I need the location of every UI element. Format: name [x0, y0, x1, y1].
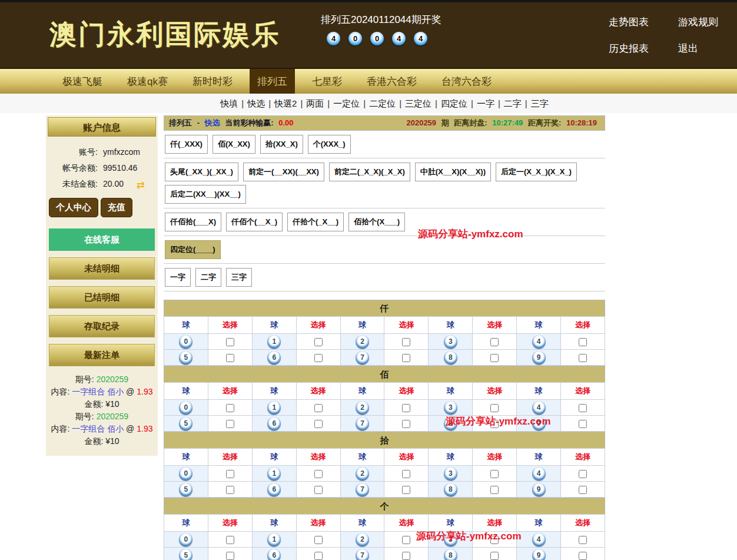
- ball-checkbox[interactable]: [490, 536, 499, 544]
- bet-type-button[interactable]: 二字: [195, 268, 221, 287]
- bet-type-button[interactable]: 前定一(__XX)(__XX): [243, 163, 324, 181]
- ball-9[interactable]: 9: [532, 417, 546, 430]
- bet-type-button[interactable]: 前定二(_X_X)(_X_X): [329, 163, 410, 181]
- nav-tab-xinshishicai[interactable]: 新时时彩: [185, 69, 240, 94]
- ball-6[interactable]: 6: [267, 483, 281, 496]
- ball-2[interactable]: 2: [356, 401, 369, 415]
- subnav-item-sandingwei[interactable]: 三定位: [404, 98, 433, 108]
- nav-tab-jisufeiting[interactable]: 极速飞艇: [55, 69, 110, 94]
- refresh-icon[interactable]: ⇄: [137, 177, 145, 193]
- bet-type-button[interactable]: 四定位(____): [165, 240, 221, 259]
- ball-checkbox[interactable]: [490, 552, 499, 560]
- ball-3[interactable]: 3: [444, 335, 457, 349]
- ball-5[interactable]: 5: [179, 549, 192, 560]
- ball-checkbox[interactable]: [579, 552, 587, 560]
- ball-9[interactable]: 9: [532, 483, 546, 496]
- ball-checkbox[interactable]: [402, 420, 410, 428]
- subnav-item-yidingwei[interactable]: 一定位: [332, 98, 361, 108]
- bet-type-button[interactable]: 个(XXX_): [308, 135, 351, 154]
- nav-tab-xianggang-liuhecai[interactable]: 香港六合彩: [359, 69, 424, 94]
- bet-type-button[interactable]: 佰拾个(X___): [348, 213, 405, 231]
- ball-checkbox[interactable]: [579, 470, 587, 478]
- ball-checkbox[interactable]: [314, 404, 323, 412]
- ball-2[interactable]: 2: [356, 533, 369, 546]
- bet-type-button[interactable]: 后定一(X_X_)(X_X_): [496, 163, 577, 181]
- ball-6[interactable]: 6: [267, 351, 281, 365]
- ball-checkbox[interactable]: [490, 354, 499, 362]
- ball-6[interactable]: 6: [267, 417, 281, 430]
- sidebar-item-deposit-records[interactable]: 存取纪录: [49, 315, 155, 337]
- ball-9[interactable]: 9: [532, 351, 546, 365]
- header-link-history-reports[interactable]: 历史报表: [609, 42, 649, 55]
- subnav-item-sidingwei[interactable]: 四定位: [440, 98, 469, 108]
- subnav-item-erzi[interactable]: 二字: [503, 98, 523, 108]
- ball-4[interactable]: 4: [532, 467, 546, 481]
- ball-8[interactable]: 8: [444, 483, 457, 496]
- nav-tab-qixingcai[interactable]: 七星彩: [304, 69, 350, 94]
- ball-4[interactable]: 4: [532, 401, 546, 415]
- ball-checkbox[interactable]: [579, 536, 587, 544]
- subnav-item-kuaixuan2[interactable]: 快選2: [273, 98, 298, 108]
- personal-center-button[interactable]: 个人中心: [49, 198, 98, 217]
- bet-type-button[interactable]: 中肚(X__X)(X__X)): [415, 163, 491, 181]
- nav-tab-jisuqksai[interactable]: 极速qk赛: [119, 69, 175, 94]
- ball-3[interactable]: 3: [444, 467, 457, 481]
- ball-8[interactable]: 8: [444, 417, 457, 430]
- ball-checkbox[interactable]: [226, 470, 234, 478]
- ball-4[interactable]: 4: [532, 335, 546, 349]
- ball-8[interactable]: 8: [444, 549, 457, 560]
- ball-checkbox[interactable]: [490, 486, 499, 494]
- sidebar-item-unsettled-details[interactable]: 未结明细: [49, 257, 155, 280]
- subnav-item-yizi[interactable]: 一字: [476, 98, 496, 108]
- ball-4[interactable]: 4: [532, 533, 546, 546]
- recharge-button[interactable]: 充值: [101, 198, 132, 217]
- bet-type-button[interactable]: 仟佰拾(___X): [165, 213, 221, 231]
- sidebar-item-settled-details[interactable]: 已结明细: [49, 286, 155, 309]
- ball-checkbox[interactable]: [402, 552, 410, 560]
- ball-checkbox[interactable]: [579, 354, 587, 362]
- nav-tab-taiwan-liuhecai[interactable]: 台湾六合彩: [434, 69, 499, 94]
- ball-1[interactable]: 1: [267, 533, 281, 546]
- ball-checkbox[interactable]: [226, 486, 234, 494]
- bet-type-button[interactable]: 拾(XX_X): [260, 135, 303, 154]
- ball-checkbox[interactable]: [314, 338, 323, 346]
- ball-3[interactable]: 3: [444, 533, 457, 546]
- ball-checkbox[interactable]: [402, 470, 410, 478]
- ball-2[interactable]: 2: [356, 467, 369, 481]
- ball-0[interactable]: 0: [179, 335, 192, 349]
- nav-tab-pailiewu[interactable]: 排列五: [250, 69, 295, 94]
- ball-0[interactable]: 0: [179, 533, 192, 546]
- ball-checkbox[interactable]: [226, 338, 234, 346]
- ball-checkbox[interactable]: [226, 420, 234, 428]
- ball-checkbox[interactable]: [314, 486, 323, 494]
- bet-type-button[interactable]: 后定二(XX__)(XX__): [165, 185, 246, 204]
- ball-5[interactable]: 5: [179, 417, 192, 430]
- ball-7[interactable]: 7: [356, 549, 369, 560]
- ball-5[interactable]: 5: [179, 351, 192, 365]
- mode-link[interactable]: 快选: [205, 118, 220, 127]
- ball-7[interactable]: 7: [356, 417, 369, 430]
- sidebar-item-latest-orders[interactable]: 最新注单: [49, 344, 155, 366]
- ball-checkbox[interactable]: [314, 552, 323, 560]
- ball-7[interactable]: 7: [356, 483, 369, 496]
- ball-checkbox[interactable]: [226, 552, 234, 560]
- ball-checkbox[interactable]: [490, 420, 499, 428]
- ball-5[interactable]: 5: [179, 483, 192, 496]
- header-link-trend-charts[interactable]: 走势图表: [609, 15, 649, 29]
- ball-checkbox[interactable]: [226, 536, 234, 544]
- ball-checkbox[interactable]: [226, 354, 234, 362]
- ball-checkbox[interactable]: [490, 404, 499, 412]
- sidebar-item-online-service[interactable]: 在线客服: [49, 228, 155, 251]
- ball-checkbox[interactable]: [402, 486, 410, 494]
- ball-checkbox[interactable]: [579, 338, 587, 346]
- ball-checkbox[interactable]: [314, 536, 323, 544]
- bet-type-button[interactable]: 仟佰个(__X_): [226, 213, 283, 231]
- header-link-game-rules[interactable]: 游戏规则: [678, 15, 718, 29]
- ball-0[interactable]: 0: [179, 467, 192, 481]
- subnav-item-liangmian[interactable]: 两面: [305, 98, 325, 108]
- ball-0[interactable]: 0: [179, 401, 192, 415]
- ball-checkbox[interactable]: [579, 420, 587, 428]
- ball-8[interactable]: 8: [444, 351, 457, 365]
- ball-1[interactable]: 1: [267, 401, 281, 415]
- ball-9[interactable]: 9: [532, 549, 546, 560]
